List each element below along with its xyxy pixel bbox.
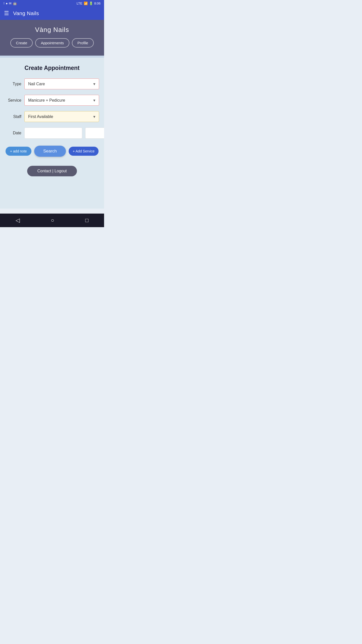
type-label: Type [5, 82, 21, 86]
android-icon: 🤖 [13, 2, 17, 5]
date-time-row: Date [5, 128, 99, 139]
contact-logout-button[interactable]: Contact | Logout [27, 166, 77, 176]
service-label: Service [5, 98, 21, 103]
create-button[interactable]: Create [10, 38, 33, 48]
back-button[interactable]: ◁ [16, 217, 20, 224]
date-input[interactable] [24, 128, 82, 139]
battery-icon: 🔋 [89, 2, 93, 5]
type-row: Type Nail Care Hair Spa ▼ [5, 78, 99, 89]
add-note-button[interactable]: + add note [6, 147, 31, 156]
signal-icon: 📶 [84, 2, 88, 5]
date-label: Date [5, 131, 21, 135]
nav-buttons: Create Appointments Profile [10, 38, 94, 48]
service-select-wrapper: Manicure + Pedicure Manicure Pedicure Ge… [24, 95, 99, 106]
lte-label: LTE [77, 2, 82, 5]
profile-button[interactable]: Profile [72, 38, 94, 48]
type-select[interactable]: Nail Care Hair Spa [24, 78, 99, 89]
staff-row: Staff First Available Staff 1 Staff 2 ▼ [5, 111, 99, 122]
service-select[interactable]: Manicure + Pedicure Manicure Pedicure Ge… [24, 95, 99, 106]
footer: Contact | Logout [5, 166, 99, 176]
staff-select-wrapper: First Available Staff 1 Staff 2 ▼ [24, 111, 99, 122]
app-title: Vang Nails [13, 10, 39, 16]
form-title: Create Appointment [5, 65, 99, 71]
notification-icon: ! [4, 2, 5, 5]
clock: 8:06 [94, 2, 101, 5]
android-nav-bar: ◁ ○ □ [0, 214, 104, 227]
home-button[interactable]: ○ [51, 217, 54, 224]
header-section: Vàng Nails Create Appointments Profile [0, 20, 104, 56]
message-icon: ✉ [9, 2, 12, 5]
salon-name: Vàng Nails [35, 26, 69, 34]
main-content: Create Appointment Type Nail Care Hair S… [0, 58, 104, 209]
action-row: + add note Search + Add Service [5, 146, 99, 157]
staff-select[interactable]: First Available Staff 1 Staff 2 [24, 111, 99, 122]
service-row: Service Manicure + Pedicure Manicure Ped… [5, 95, 99, 106]
menu-icon[interactable]: ☰ [4, 11, 9, 16]
add-service-button[interactable]: + Add Service [69, 147, 99, 156]
type-select-wrapper: Nail Care Hair Spa ▼ [24, 78, 99, 89]
section-divider [0, 56, 104, 58]
recents-button[interactable]: □ [85, 217, 88, 224]
status-bar: ! ● ✉ 🤖 LTE 📶 🔋 8:06 [0, 0, 104, 7]
staff-label: Staff [5, 114, 21, 119]
appointments-button[interactable]: Appointments [35, 38, 69, 48]
sim-icon: ● [6, 2, 8, 5]
search-button[interactable]: Search [34, 146, 66, 157]
app-bar: ☰ Vang Nails [0, 7, 104, 20]
status-system: LTE 📶 🔋 8:06 [77, 2, 101, 5]
status-notifications: ! ● ✉ 🤖 [4, 2, 17, 5]
time-input[interactable] [85, 128, 104, 139]
